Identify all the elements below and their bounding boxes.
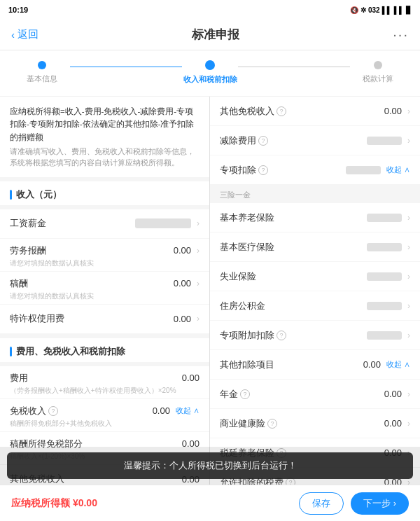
r-unemploy-label: 失业保险 xyxy=(220,270,367,283)
expense-row: 费用 0.00 （劳务报酬收入+稿酬收入+特许权使用费收入）×20% xyxy=(0,366,209,399)
manuscript-value: 0.00 › xyxy=(174,278,200,289)
r-unemploy-value: › xyxy=(367,272,410,282)
step-line-1 xyxy=(70,67,182,67)
next-label: 下一步 xyxy=(363,497,391,510)
bottom-bar: 应纳税所得额 ¥0.00 保存 下一步 › xyxy=(0,485,420,521)
tax-free-sub: 稿酬所得免税部分+其他免税收入 xyxy=(10,419,200,429)
r-sub-label-3-insurance: 三险一金 xyxy=(210,185,420,203)
royalty-label: 特许权使用费 xyxy=(10,312,174,325)
expense-sub: （劳务报酬收入+稿酬收入+特许权使用费收入）×20% xyxy=(10,386,200,396)
step-dot-2 xyxy=(205,60,215,70)
r-deduction-fee-row[interactable]: 减除费用 ? › xyxy=(210,126,420,155)
step-basic-info[interactable]: 基本信息 xyxy=(14,61,70,84)
formula-section: 应纳税所得额=收入-费用-免税收入-减除费用-专项扣除-专项附加扣除-依法确定的… xyxy=(0,97,209,177)
r-pension-row[interactable]: 基本养老保险 › xyxy=(210,203,420,232)
r-housing-chevron-icon: › xyxy=(407,301,410,311)
header: ‹ 返回 标准申报 ··· xyxy=(0,20,420,50)
r-pension-value: › xyxy=(367,213,410,223)
back-chevron-icon: ‹ xyxy=(11,29,15,41)
manuscript-amount: 0.00 xyxy=(174,278,191,289)
r-other-deduction-value: 0.00 收起 ∧ xyxy=(363,359,410,370)
back-button[interactable]: ‹ 返回 xyxy=(11,28,38,41)
r-housing-row[interactable]: 住房公积金 › xyxy=(210,291,420,321)
step-tax-calc[interactable]: 税款计算 xyxy=(350,61,406,84)
r-health-ins-row[interactable]: 商业健康险 ? 0.00 › xyxy=(210,409,420,438)
r-annuity-row[interactable]: 年金 ? 0.00 › xyxy=(210,380,420,409)
r-deduction-q-icon[interactable]: ? xyxy=(258,136,268,146)
r-other-collapse[interactable]: 收起 ∧ xyxy=(386,359,410,370)
r-other-tax-free-row[interactable]: 其他免税收入 ? 0.00 › xyxy=(210,97,420,126)
r-unemploy-chevron-icon: › xyxy=(407,272,410,282)
r-sub-insurance-text: 三险一金 xyxy=(220,190,251,199)
r-medical-blurred xyxy=(367,243,402,251)
tax-amount-label: 应纳税所得额 xyxy=(11,497,70,508)
manuscript-chevron-icon: › xyxy=(197,279,200,289)
r-deduction-blurred xyxy=(367,137,402,145)
r-pension-chevron-icon: › xyxy=(407,213,410,223)
labor-label: 劳务报酬 xyxy=(10,244,174,257)
step-income[interactable]: 收入和税前扣除 xyxy=(182,60,238,85)
expense-label: 费用 xyxy=(10,372,182,384)
manuscript-label: 稿酬 xyxy=(10,277,174,290)
page-title: 标准申报 xyxy=(192,27,239,43)
r-special-q-icon[interactable]: ? xyxy=(258,165,268,175)
r-special-add-row[interactable]: 专项附加扣除 ? › xyxy=(210,321,420,350)
r-other-q-icon[interactable]: ? xyxy=(276,106,286,116)
tax-amount-value: ¥0.00 xyxy=(73,497,97,508)
r-unemploy-blurred xyxy=(367,272,402,281)
toast-overlay: 温馨提示：个人所得税已切换到后台运行！ xyxy=(210,447,420,485)
r-special-add-value: › xyxy=(367,331,410,340)
r-deduction-fee-label: 减除费用 xyxy=(220,134,256,147)
save-button[interactable]: 保存 xyxy=(299,492,344,515)
salary-chevron-icon: › xyxy=(197,218,200,228)
formula-sub: 请准确填写收入、费用、免税收入和税前扣除等信息，系统将根据您填写的内容自动计算应… xyxy=(10,146,200,169)
left-panel: 应纳税所得额=收入-费用-免税收入-减除费用-专项扣除-专项附加扣除-依法确定的… xyxy=(0,97,210,485)
r-annuity-q-icon[interactable]: ? xyxy=(240,389,250,399)
r-medical-row[interactable]: 基本医疗保险 › xyxy=(210,232,420,262)
royalty-amount: 0.00 xyxy=(174,314,191,324)
r-medical-value: › xyxy=(367,242,410,252)
section-bar-icon xyxy=(10,190,12,200)
deduction-section-title: 费用、免税收入和税前扣除 xyxy=(16,345,125,358)
income-section-title: 收入（元） xyxy=(16,188,62,201)
labor-chevron-icon: › xyxy=(197,246,200,256)
r-special-deduction-value: 收起 ∧ xyxy=(346,165,410,175)
tax-free-income-row[interactable]: 免税收入 ? 0.00 收起 ∧ 稿酬所得免税部分+其他免税收入 xyxy=(0,399,209,432)
r-special-add-q-icon[interactable]: ? xyxy=(276,331,286,340)
tax-free-q-icon[interactable]: ? xyxy=(48,406,58,416)
r-health-ins-label: 商业健康险 xyxy=(220,417,265,430)
bottom-buttons: 保存 下一步 › xyxy=(299,492,409,515)
r-other-deduction-row[interactable]: 其他扣除项目 0.00 收起 ∧ xyxy=(210,350,420,380)
next-button[interactable]: 下一步 › xyxy=(351,492,409,515)
r-health-ins-q-icon[interactable]: ? xyxy=(267,419,277,429)
tax-free-collapse[interactable]: 收起 ∧ xyxy=(176,405,200,416)
r-pension-label: 基本养老保险 xyxy=(220,211,367,224)
r-pension-blurred xyxy=(367,214,402,222)
salary-label: 工资薪金 xyxy=(10,217,135,230)
royalty-value: 0.00 › xyxy=(174,314,200,324)
income-section-header: 收入（元） xyxy=(0,181,209,205)
r-housing-blurred xyxy=(367,302,402,310)
income-manuscript-row[interactable]: 稿酬 0.00 › 请您对填报的数据认真核实 xyxy=(0,272,209,305)
main-content: 应纳税所得额=收入-费用-免税收入-减除费用-专项扣除-专项附加扣除-依法确定的… xyxy=(0,97,420,485)
income-labor-row[interactable]: 劳务报酬 0.00 › 请您对填报的数据认真核实 xyxy=(0,239,209,272)
step-line-2 xyxy=(238,67,350,67)
manuscript-sub: 请您对填报的数据认真核实 xyxy=(10,291,200,301)
back-label: 返回 xyxy=(18,28,38,41)
r-special-add-blurred xyxy=(367,331,402,340)
r-special-deduction-row[interactable]: 专项扣除 ? 收起 ∧ xyxy=(210,155,420,185)
labor-sub: 请您对填报的数据认真核实 xyxy=(10,258,200,268)
r-other-tax-free-value: 0.00 › xyxy=(384,106,410,116)
r-annuity-label: 年金 xyxy=(220,388,238,401)
r-unemploy-row[interactable]: 失业保险 › xyxy=(210,262,420,291)
r-housing-label: 住房公积金 xyxy=(220,300,367,312)
income-salary-row[interactable]: 工资薪金 › xyxy=(0,209,209,239)
more-button[interactable]: ··· xyxy=(393,27,409,43)
r-special-collapse[interactable]: 收起 ∧ xyxy=(386,165,410,175)
deduction-section-header: 费用、免税收入和税前扣除 xyxy=(0,338,209,362)
r-annuity-value: 0.00 › xyxy=(384,389,410,399)
tax-free-amount: 0.00 xyxy=(153,405,170,416)
step-dot-1 xyxy=(38,61,46,69)
salary-value: › xyxy=(135,218,200,228)
income-royalty-row[interactable]: 特许权使用费 0.00 › xyxy=(0,305,209,334)
